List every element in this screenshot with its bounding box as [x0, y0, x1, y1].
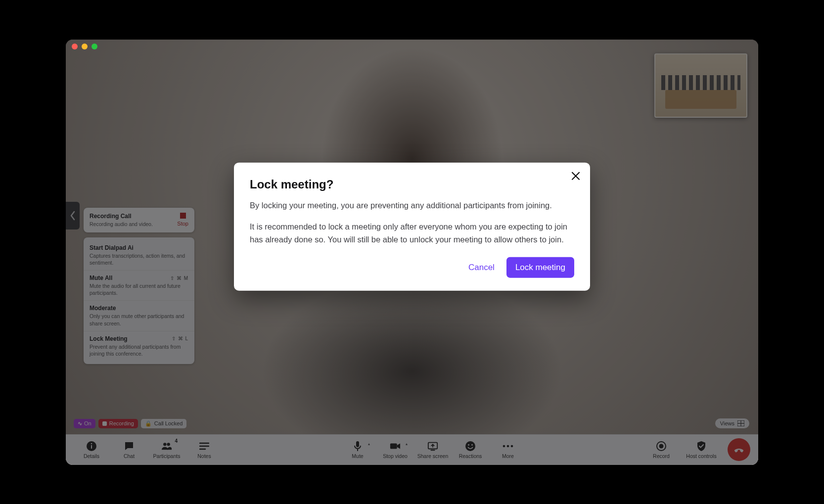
- close-dialog-button[interactable]: [571, 172, 580, 182]
- cancel-button[interactable]: Cancel: [466, 258, 497, 276]
- dialog-paragraph-1: By locking your meeting, you are prevent…: [250, 199, 574, 212]
- lock-meeting-dialog: Lock meeting? By locking your meeting, y…: [234, 163, 590, 291]
- dialog-title: Lock meeting?: [250, 178, 574, 191]
- lock-meeting-button[interactable]: Lock meeting: [506, 257, 574, 277]
- window-close-dot[interactable]: [72, 44, 78, 49]
- app-window: Recording Call Recording audio and video…: [66, 40, 758, 465]
- window-titlebar: [66, 40, 758, 53]
- dialog-paragraph-2: It is recommended to lock a meeting only…: [250, 221, 574, 246]
- dialog-actions: Cancel Lock meeting: [250, 257, 574, 277]
- close-icon: [571, 172, 580, 181]
- dialog-body: By locking your meeting, you are prevent…: [250, 199, 574, 246]
- window-zoom-dot[interactable]: [92, 44, 97, 49]
- window-minimize-dot[interactable]: [82, 44, 88, 49]
